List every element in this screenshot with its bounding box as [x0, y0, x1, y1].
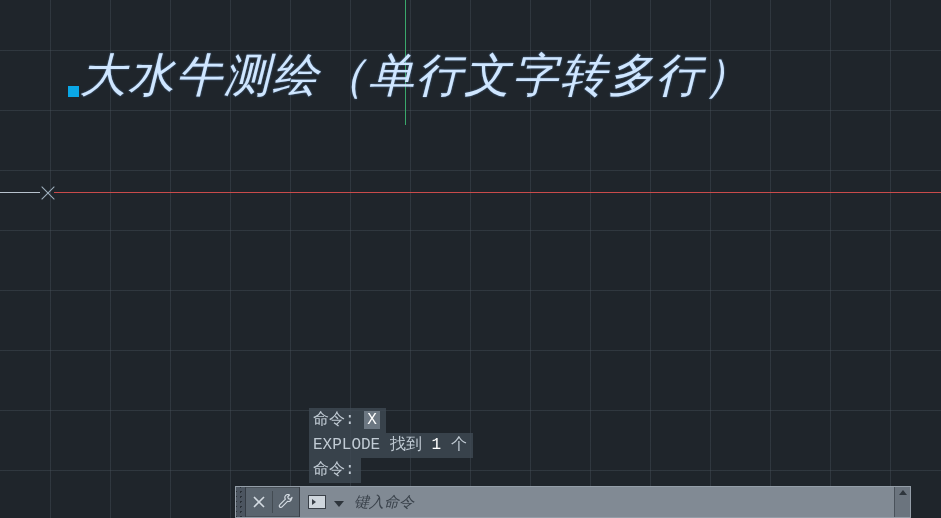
prompt-icon — [308, 495, 326, 509]
command-input[interactable]: 键入命令 — [299, 487, 894, 517]
x-axis — [54, 192, 941, 193]
ucs-cross-icon — [38, 183, 58, 203]
drawing-canvas[interactable]: 大水牛测绘（单行文字转多行） 命令: X EXPLODE 找到 1 个 命令: — [0, 0, 941, 518]
history-up-icon[interactable] — [894, 487, 910, 517]
wrench-icon[interactable] — [273, 487, 299, 517]
aux-line — [0, 192, 40, 193]
cmd-hist-cmd: X — [364, 411, 380, 429]
close-icon[interactable] — [246, 487, 272, 517]
chevron-down-icon[interactable] — [334, 493, 346, 511]
command-placeholder: 键入命令 — [354, 493, 414, 512]
cmd-hist-exp: EXPLODE — [313, 436, 380, 454]
selection-grip[interactable] — [68, 86, 79, 97]
cmd-hist-prefix: 命令: — [313, 411, 364, 429]
cmd-hist-prompt: 命令: — [309, 458, 361, 483]
text-entity[interactable]: 大水牛测绘（单行文字转多行） — [80, 45, 752, 107]
drag-handle-icon[interactable] — [236, 487, 246, 517]
command-line-bar: 键入命令 — [235, 486, 911, 518]
command-history: 命令: X EXPLODE 找到 1 个 命令: — [309, 408, 473, 483]
cmd-hist-count: 1 — [431, 436, 441, 454]
